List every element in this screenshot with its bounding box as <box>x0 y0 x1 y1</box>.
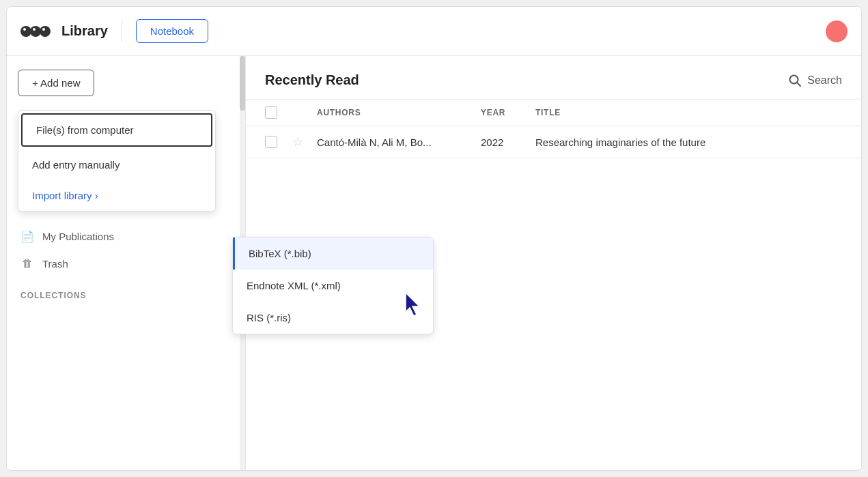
sidebar-item-my-publications[interactable]: 📄 My Publications <box>18 222 234 250</box>
collections-label: COLLECTIONS <box>18 277 234 306</box>
svg-line-7 <box>797 83 800 86</box>
publications-icon: 📄 <box>20 229 34 243</box>
search-icon <box>788 74 802 87</box>
search-label: Search <box>807 74 842 87</box>
row-title: Researching imaginaries of the future <box>535 136 842 148</box>
add-entry-manually-item[interactable]: Add entry manually <box>18 149 215 180</box>
scrollbar-thumb[interactable] <box>240 56 245 111</box>
import-library-submenu: BibTeX (*.bib) Endnote XML (*.xml) RIS (… <box>232 237 434 334</box>
bibtex-option[interactable]: BibTeX (*.bib) <box>233 237 433 270</box>
row-checkbox[interactable] <box>265 136 277 148</box>
authors-column-header: AUTHORS <box>317 108 481 117</box>
year-column-header: YEAR <box>481 108 535 117</box>
app-title: Library <box>61 23 108 39</box>
svg-point-0 <box>20 26 31 37</box>
row-authors: Cantó-Milà N, Ali M, Bo... <box>317 136 481 148</box>
app-header: Library Notebook <box>7 7 861 56</box>
svg-point-3 <box>23 28 26 31</box>
title-column-header: TITLE <box>535 108 842 117</box>
user-avatar[interactable] <box>826 20 848 42</box>
content-title: Recently Read <box>265 72 359 88</box>
search-button[interactable]: Search <box>788 74 842 87</box>
table-header: AUTHORS YEAR TITLE <box>246 100 861 126</box>
sidebar-item-trash[interactable]: 🗑 Trash <box>18 250 234 277</box>
ris-option[interactable]: RIS (*.ris) <box>233 302 433 334</box>
select-all-checkbox[interactable] <box>265 106 277 119</box>
import-library-item[interactable]: Import library › <box>18 180 215 211</box>
add-new-dropdown: File(s) from computer Add entry manually… <box>18 110 216 212</box>
endnote-option[interactable]: Endnote XML (*.xml) <box>233 270 433 302</box>
table-row[interactable]: ☆ Cantó-Milà N, Ali M, Bo... 2022 Resear… <box>246 126 861 158</box>
svg-point-5 <box>42 28 45 31</box>
star-icon[interactable]: ☆ <box>292 135 303 149</box>
files-from-computer-item[interactable]: File(s) from computer <box>21 113 212 147</box>
svg-point-4 <box>33 28 36 31</box>
trash-icon: 🗑 <box>20 257 34 270</box>
add-new-button[interactable]: + Add new <box>18 70 94 96</box>
content-header: Recently Read Search <box>246 56 861 100</box>
app-logo-icon <box>20 19 51 44</box>
row-year: 2022 <box>481 136 535 148</box>
logo: Library <box>20 19 108 44</box>
svg-point-2 <box>40 26 51 37</box>
svg-point-1 <box>30 26 41 37</box>
notebook-button[interactable]: Notebook <box>136 19 208 43</box>
header-divider <box>122 20 122 42</box>
sidebar: + Add new File(s) from computer Add entr… <box>7 56 246 470</box>
